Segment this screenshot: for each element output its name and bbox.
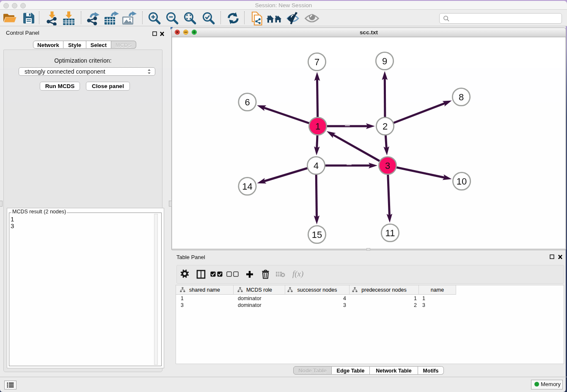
svg-text:7: 7	[314, 57, 319, 67]
svg-text:9: 9	[382, 56, 387, 66]
svg-text:2: 2	[383, 121, 388, 132]
svg-text:3: 3	[385, 160, 390, 171]
svg-text:15: 15	[312, 229, 322, 240]
svg-text:14: 14	[242, 181, 252, 192]
svg-text:8: 8	[459, 92, 464, 102]
svg-text:11: 11	[385, 228, 395, 238]
svg-text:1: 1	[315, 121, 320, 132]
svg-text:6: 6	[245, 97, 250, 108]
svg-text:4: 4	[314, 160, 319, 171]
svg-text:10: 10	[457, 176, 467, 187]
